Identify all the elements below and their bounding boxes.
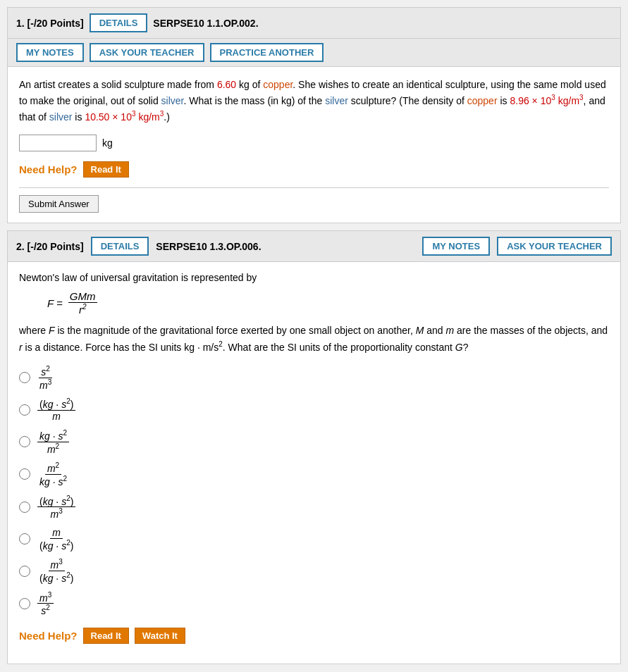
q1-need-help-label: Need Help? — [19, 163, 78, 175]
q2-radio-1[interactable] — [19, 372, 30, 383]
q2-option-8: m3 s2 — [19, 591, 609, 616]
q2-radio-options: s2 m3 (kg · s2) m — [19, 365, 609, 616]
q1-problem-text: An artist creates a solid sculpture made… — [19, 77, 609, 125]
q2-frac-3: kg · s2 m2 — [37, 429, 69, 454]
q2-option-2: (kg · s2) m — [19, 397, 609, 422]
q2-frac-2-den: m — [50, 411, 63, 422]
q2-fraction-den: r2 — [78, 303, 88, 316]
q2-frac-6-den: (kg · s2) — [37, 539, 75, 552]
q2-frac-1-num: s2 — [39, 365, 52, 378]
q1-divider — [19, 187, 609, 188]
q1-details-button[interactable]: DETAILS — [90, 13, 148, 32]
q2-body: Newton's law of universal gravitation is… — [8, 262, 620, 664]
q2-need-help-label: Need Help? — [19, 630, 78, 642]
q2-option-4: m2 kg · s2 — [19, 461, 609, 487]
q2-f-equals: F = — [47, 297, 63, 309]
q1-id: SERPSE10 1.1.OP.002. — [153, 18, 258, 29]
q2-frac-2-num: (kg · s2) — [37, 397, 75, 411]
q2-option-1: s2 m3 — [19, 365, 609, 390]
q1-unit: kg — [102, 137, 113, 149]
q2-frac-8: m3 s2 — [37, 591, 54, 616]
page-container: 1. [-/20 Points] DETAILS SERPSE10 1.1.OP… — [0, 0, 628, 672]
question-1-block: 1. [-/20 Points] DETAILS SERPSE10 1.1.OP… — [7, 7, 621, 223]
q2-frac-4-den: kg · s2 — [37, 475, 69, 487]
q1-header: 1. [-/20 Points] DETAILS SERPSE10 1.1.OP… — [8, 8, 620, 39]
q2-option-7: m3 (kg · s2) — [19, 558, 609, 583]
q2-frac-5-num: (kg · s2) — [37, 494, 75, 508]
question-2-block: 2. [-/20 Points] DETAILS SERPSE10 1.3.OP… — [7, 230, 621, 664]
q1-need-help: Need Help? Read It — [19, 161, 609, 178]
q2-option-3: kg · s2 m2 — [19, 429, 609, 454]
q2-formula: F = GMm r2 — [47, 290, 609, 316]
q2-frac-8-den: s2 — [39, 604, 52, 616]
q2-option-6-label[interactable]: m (kg · s2) — [37, 527, 75, 552]
q1-buttons-row: MY NOTES ASK YOUR TEACHER PRACTICE ANOTH… — [8, 39, 620, 67]
q2-description: where F is the magnitude of the gravitat… — [19, 323, 609, 354]
q1-submit-button[interactable]: Submit Answer — [19, 195, 99, 213]
q2-frac-8-num: m3 — [37, 591, 54, 604]
q2-option-8-label[interactable]: m3 s2 — [37, 591, 54, 616]
q2-frac-5-den: m3 — [49, 507, 65, 520]
q1-my-notes-button[interactable]: MY NOTES — [16, 43, 84, 62]
q1-read-it-button[interactable]: Read It — [83, 161, 129, 178]
q1-answer-input[interactable] — [19, 135, 97, 151]
q1-silver-word3: silver — [49, 111, 73, 123]
q2-formula-line: F = GMm r2 — [47, 290, 609, 316]
q2-fraction-num: GMm — [68, 290, 97, 303]
q2-frac-6-num: m — [50, 527, 63, 539]
q1-copper-density: 8.96 × 103 kg/m3 — [510, 95, 583, 106]
q2-radio-2[interactable] — [19, 404, 30, 416]
q1-silver-word1: silver — [161, 95, 184, 106]
q2-frac-4-num: m2 — [45, 461, 61, 475]
q2-details-button[interactable]: DETAILS — [91, 237, 149, 256]
q2-frac-1-den: m3 — [37, 378, 54, 391]
q2-option-4-label[interactable]: m2 kg · s2 — [37, 461, 69, 487]
q2-radio-3[interactable] — [19, 436, 30, 447]
q2-frac-1: s2 m3 — [37, 365, 54, 390]
q2-option-5: (kg · s2) m3 — [19, 494, 609, 520]
q1-copper-word: copper — [263, 79, 293, 90]
q2-radio-8[interactable] — [19, 598, 30, 609]
q2-read-it-button[interactable]: Read It — [83, 628, 129, 644]
q2-option-7-label[interactable]: m3 (kg · s2) — [37, 558, 75, 583]
q2-radio-7[interactable] — [19, 566, 30, 577]
q1-copper-mass: 6.60 — [217, 79, 236, 90]
q2-frac-5: (kg · s2) m3 — [37, 494, 75, 520]
q2-intro: Newton's law of universal gravitation is… — [19, 272, 609, 283]
q2-option-2-label[interactable]: (kg · s2) m — [37, 397, 75, 422]
q2-frac-7: m3 (kg · s2) — [37, 558, 75, 583]
q2-frac-3-num: kg · s2 — [37, 429, 69, 442]
q2-ask-teacher-button[interactable]: ASK YOUR TEACHER — [497, 237, 612, 256]
q2-frac-7-num: m3 — [49, 558, 65, 571]
q2-frac-3-den: m2 — [45, 442, 61, 455]
q2-frac-6: m (kg · s2) — [37, 527, 75, 552]
q2-option-1-label[interactable]: s2 m3 — [37, 365, 54, 390]
q2-frac-2: (kg · s2) m — [37, 397, 75, 422]
q2-watch-it-button[interactable]: Watch It — [135, 628, 185, 644]
q1-body: An artist creates a solid sculpture made… — [8, 67, 620, 223]
q2-header: 2. [-/20 Points] DETAILS SERPSE10 1.3.OP… — [8, 231, 620, 262]
q2-id: SERPSE10 1.3.OP.006. — [156, 241, 415, 252]
q2-fraction: GMm r2 — [68, 290, 97, 316]
q2-option-5-label[interactable]: (kg · s2) m3 — [37, 494, 75, 520]
q2-frac-7-den: (kg · s2) — [37, 571, 75, 584]
q1-answer-row: kg — [19, 135, 609, 151]
q1-ask-teacher-button[interactable]: ASK YOUR TEACHER — [90, 43, 204, 62]
q1-silver-density: 10.50 × 103 kg/m3 — [85, 111, 164, 123]
q1-silver-word2: silver — [325, 95, 348, 106]
q2-radio-4[interactable] — [19, 468, 30, 480]
q2-option-6: m (kg · s2) — [19, 527, 609, 552]
q2-radio-6[interactable] — [19, 533, 30, 545]
q2-number: 2. [-/20 Points] — [16, 241, 84, 252]
q1-copper-word2: copper — [467, 95, 498, 106]
q2-need-help: Need Help? Read It Watch It — [19, 628, 609, 644]
q2-my-notes-button[interactable]: MY NOTES — [422, 237, 490, 256]
q2-option-3-label[interactable]: kg · s2 m2 — [37, 429, 69, 454]
q1-number: 1. [-/20 Points] — [16, 18, 84, 29]
q2-radio-5[interactable] — [19, 502, 30, 513]
q2-frac-4: m2 kg · s2 — [37, 461, 69, 487]
q1-practice-button[interactable]: PRACTICE ANOTHER — [210, 43, 324, 62]
